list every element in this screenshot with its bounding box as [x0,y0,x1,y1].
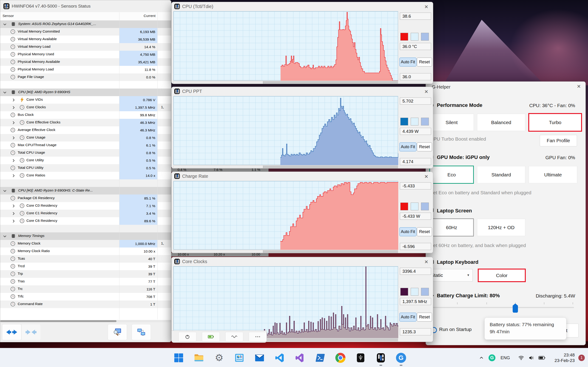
screen-60hz-button[interactable]: 60Hz [429,218,474,236]
sensor-row[interactable]: Core Clocks1,397.5 MHz1, [0,104,171,111]
chevron-right-icon[interactable] [12,121,15,125]
sensor-row[interactable]: Total CPU Usage0.8 % [0,149,171,157]
chevron-down-icon[interactable] [3,189,7,193]
graph-max-field[interactable]: -5.433 [400,182,431,190]
remote-monitors-button[interactable] [132,324,151,340]
taskbar-app-vscode[interactable] [274,352,286,364]
sensor-row[interactable]: Physical Memory Used4,750 MB [0,51,171,58]
taskbar-app-hwinfo[interactable] [375,352,387,364]
reset-button[interactable]: Reset [417,142,432,151]
auto-fit-button[interactable]: Auto Fit [399,227,416,236]
chevron-right-icon[interactable] [12,136,15,140]
graph-scrollbar[interactable] [173,81,398,84]
sensor-row[interactable]: Virtual Memory Available36,539 MB [0,35,171,43]
grid-color-swatch[interactable] [421,288,429,296]
graph-min-field[interactable]: 4.174 [400,158,431,165]
gpu-standard-button[interactable]: Standard [477,166,525,183]
reset-button[interactable]: Reset [417,313,432,322]
graph-min-field[interactable]: 36.0 [400,73,431,80]
sensor-row[interactable]: Tcas40 T [0,255,171,263]
perf-balanced-button[interactable]: Balanced [477,114,525,131]
taskbar-app-tray-utility[interactable] [355,352,367,364]
graph-current-field[interactable]: 36.0 °C [400,43,431,50]
monitor-search-button[interactable] [108,324,127,340]
chevron-down-icon[interactable] [3,91,7,94]
gpu-eco-button[interactable]: Eco [429,166,474,184]
chevron-down-icon[interactable] [3,23,7,26]
sensor-section-row[interactable]: Memory Timings [0,232,171,240]
hwinfo-titlebar[interactable]: HWiNFO64 v7.40-5000 - Sensors Status [0,0,171,12]
graph-max-field[interactable]: 3396.4 [400,268,431,275]
sensor-row[interactable]: Total CPU Utility0.5 % [0,164,171,172]
graph-color-swatch[interactable] [400,288,408,296]
taskbar-app-g-helper[interactable]: G [395,352,407,364]
sensor-section-row[interactable]: CPU [#0]: AMD Ryzen 9 6900HS [0,89,171,96]
close-icon[interactable]: ✕ [423,4,430,10]
sensor-row[interactable]: Max CPU/Thread Usage6.1 % [0,142,171,149]
chevron-up-icon[interactable] [477,355,485,360]
chevron-right-icon[interactable] [12,204,15,208]
chevron-right-icon[interactable] [12,98,15,102]
chevron-right-icon[interactable] [12,174,15,177]
slider-thumb[interactable] [513,303,518,313]
sensor-row[interactable]: Bus Clock99.8 MHz [0,111,171,119]
reset-button[interactable]: Reset [417,58,432,67]
graph-scrollbar[interactable] [173,250,398,253]
column-sensor[interactable]: Sensor [2,14,14,18]
taskbar-app-chrome[interactable] [334,352,346,364]
sensor-row[interactable]: Page File Usage0.0 % [0,73,171,81]
sensor-row[interactable]: Core Usage0.8 % [0,134,171,142]
horizontal-scrollbar[interactable] [0,320,171,322]
sensor-row[interactable]: Memory Clock1,000.0 MHz1, [0,240,171,248]
sensor-row[interactable]: Trfc708 T [0,293,171,300]
column-current[interactable]: Current [119,14,156,18]
taskbar-app-start[interactable] [173,352,185,364]
background-color-swatch[interactable] [411,202,418,210]
graph-titlebar[interactable]: Core Clocks✕ [172,257,433,266]
taskbar-app-mail[interactable] [254,352,266,364]
g-helper-titlebar[interactable]: G-Helper ✕ [426,82,586,92]
sensor-row[interactable]: Trp39 T [0,270,171,278]
battery-green-icon[interactable] [202,332,220,342]
sensor-row[interactable]: Core C6 Residency89.6 % [0,217,171,225]
gpu-ultimate-button[interactable]: Ultimate [529,166,577,183]
graph-titlebar[interactable]: CPU (Tctl/Tdie)✕ [172,2,433,11]
background-color-swatch[interactable] [411,118,418,125]
graph-color-swatch[interactable] [400,118,408,125]
perf-turbo-button[interactable]: Turbo [528,113,582,132]
auto-fit-button[interactable]: Auto Fit [399,58,416,67]
graph-color-swatch[interactable] [400,33,408,41]
chevron-right-icon[interactable] [12,159,15,162]
grammarly-tray-icon[interactable]: G [489,354,495,361]
notification-badge[interactable]: 1 [578,355,585,361]
close-icon[interactable]: ✕ [423,89,430,95]
chevron-right-icon[interactable] [12,212,15,215]
chevron-down-icon[interactable] [3,234,7,238]
graph-max-field[interactable]: 38.6 [400,13,431,20]
clock[interactable]: 23:48 23-Feb-23 [554,352,575,363]
graph-current-field[interactable]: 1,397.5 MHz [400,298,431,305]
graph-max-field[interactable]: 5.702 [400,98,431,105]
grid-color-swatch[interactable] [421,118,429,125]
keyboard-color-button[interactable]: Color [478,269,526,282]
language-indicator[interactable]: ENG [501,355,510,360]
reset-button[interactable]: Reset [417,227,432,236]
sensor-row[interactable]: Virtual Memory Load14.4 % [0,43,171,51]
sensor-row[interactable]: Command Rate1 T [0,300,171,308]
dots-icon[interactable] [249,332,267,342]
sensor-row[interactable]: Core Utility0.5 % [0,157,171,164]
graph-current-field[interactable]: 4.439 W [400,128,431,135]
sensor-row[interactable]: Trc116 T [0,285,171,293]
taskbar-app-settings[interactable]: ⚙ [213,352,225,364]
fan-profile-button[interactable]: Fan Profile [540,135,577,146]
graph-titlebar[interactable]: Charge Rate✕ [172,172,433,181]
close-icon[interactable]: ✕ [423,259,430,265]
perf-silent-button[interactable]: Silent [429,114,474,131]
graph-scrollbar[interactable] [173,165,398,168]
sensor-row[interactable]: Memory Clock Ratio10.00 x [0,248,171,255]
grid-color-swatch[interactable] [421,33,429,41]
screen-120hz-button[interactable]: 120Hz + OD [477,219,525,236]
background-color-swatch[interactable] [411,33,418,41]
auto-fit-button[interactable]: Auto Fit [399,313,416,322]
scrollbar-thumb[interactable] [0,320,116,322]
